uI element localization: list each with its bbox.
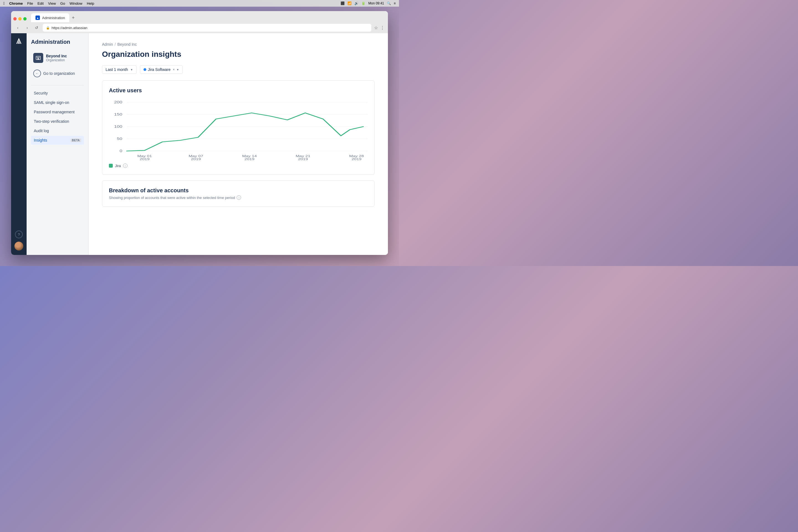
question-mark-icon: ? (18, 232, 20, 236)
svg-rect-3 (39, 57, 40, 58)
airplay-icon: ⬛ (341, 1, 345, 5)
svg-text:2019: 2019 (244, 157, 254, 160)
tab-favicon: ▲ (36, 16, 40, 20)
battery-icon: 🔋 (361, 1, 365, 5)
bookmark-icon[interactable]: ☆ (374, 25, 378, 31)
close-button[interactable] (13, 17, 17, 20)
svg-text:2019: 2019 (352, 157, 362, 160)
chart-svg: 200 150 100 50 0 May 01 2019 May 07 (109, 99, 368, 160)
chart-title: Active users (109, 87, 368, 94)
maximize-button[interactable] (23, 17, 26, 20)
user-avatar[interactable] (14, 242, 23, 250)
apple-icon[interactable]:  (3, 1, 5, 5)
more-options-icon[interactable]: ⋮ (380, 25, 385, 31)
product-filter-label: Jira Software (148, 67, 171, 72)
menubar-left:  Chrome File Edit View Go Window Help (3, 1, 94, 5)
chart-legend: Jira i (109, 164, 368, 168)
product-filter-clear-icon[interactable]: × (173, 68, 175, 72)
forward-button[interactable]: › (24, 24, 31, 31)
time-filter-dropdown[interactable]: Last 1 month ▼ (102, 65, 137, 74)
sidebar-item-two-step[interactable]: Two-step verification (31, 117, 84, 126)
menu-window[interactable]: Window (70, 1, 82, 5)
chart-area: 200 150 100 50 0 May 01 2019 May 07 (109, 99, 368, 160)
menu-chrome[interactable]: Chrome (9, 1, 23, 5)
page-title: Organization insights (102, 50, 375, 59)
go-to-org-label: Go to organization (43, 71, 75, 76)
svg-text:150: 150 (114, 113, 122, 116)
sidebar-item-security[interactable]: Security (31, 89, 84, 97)
traffic-lights (13, 17, 26, 20)
menu-file[interactable]: File (27, 1, 33, 5)
menu-view[interactable]: View (48, 1, 56, 5)
refresh-button[interactable]: ↺ (33, 24, 40, 31)
breakdown-card: Breakdown of active accounts Showing pro… (102, 180, 375, 207)
sidebar-item-insights[interactable]: Insights BETA (31, 136, 84, 145)
lock-icon: 🔒 (46, 26, 50, 30)
dark-sidebar-bottom: ? (14, 230, 23, 250)
org-type: Organization (46, 58, 67, 62)
svg-text:0: 0 (119, 149, 122, 153)
nav-divider (31, 85, 84, 86)
svg-text:50: 50 (117, 137, 122, 141)
address-bar: ‹ › ↺ 🔒 https://admin.atlassian ☆ ⋮ (11, 22, 388, 33)
atlassian-logo[interactable] (14, 38, 23, 46)
filter-row: Last 1 month ▼ Jira Software × ▼ (102, 65, 375, 74)
chevron-down-icon: ▼ (130, 68, 133, 71)
search-icon[interactable]: 🔍 (387, 1, 391, 5)
avatar-image (14, 242, 23, 250)
go-icon: ← (33, 70, 41, 77)
menu-help[interactable]: Help (87, 1, 94, 5)
breakdown-info-icon[interactable]: i (236, 195, 241, 200)
svg-rect-1 (37, 57, 38, 58)
url-bar[interactable]: 🔒 https://admin.atlassian (43, 24, 371, 32)
svg-rect-4 (37, 58, 39, 60)
menubar-right: ⬛ 📶 🔊 🔋 Mon 09:41 🔍 ≡ (341, 1, 396, 5)
sidebar-title: Administration (31, 39, 84, 45)
sidebar-item-password[interactable]: Password management (31, 108, 84, 116)
active-users-chart-card: Active users 200 150 100 50 (102, 80, 375, 175)
breadcrumb-admin[interactable]: Admin (102, 42, 113, 46)
legend-jira-dot (109, 164, 113, 168)
go-to-org-button[interactable]: ← Go to organization (31, 67, 84, 79)
svg-text:200: 200 (114, 100, 122, 104)
dark-sidebar: ? (11, 33, 26, 255)
legend-jira-label: Jira (115, 164, 121, 168)
menu-go[interactable]: Go (60, 1, 65, 5)
clock: Mon 09:41 (368, 1, 384, 5)
url-text: https://admin.atlassian (52, 26, 87, 30)
breakdown-title: Breakdown of active accounts (109, 187, 368, 194)
breadcrumb-separator: / (115, 42, 116, 46)
breakdown-subtitle: Showing proportion of accounts that were… (109, 195, 368, 200)
tab-title: Administration (42, 16, 65, 20)
back-button[interactable]: ‹ (14, 24, 21, 31)
menubar:  Chrome File Edit View Go Window Help ⬛… (0, 0, 399, 7)
sidebar-item-audit-log[interactable]: Audit log (31, 126, 84, 135)
time-filter-label: Last 1 month (106, 67, 128, 72)
help-button[interactable]: ? (15, 230, 23, 238)
minimize-button[interactable] (18, 17, 22, 20)
svg-rect-2 (38, 57, 39, 58)
product-chevron-down-icon: ▼ (176, 68, 179, 71)
svg-text:100: 100 (114, 125, 122, 129)
address-bar-right: ☆ ⋮ (374, 25, 385, 31)
product-filter-dropdown[interactable]: Jira Software × ▼ (140, 65, 183, 74)
breadcrumb: Admin / Beyond Inc (102, 42, 375, 46)
insights-label: Insights (34, 138, 47, 142)
sidebar-item-saml[interactable]: SAML single sign-on (31, 98, 84, 107)
breadcrumb-current: Beyond Inc (117, 42, 137, 46)
menu-edit[interactable]: Edit (37, 1, 43, 5)
browser-tab-active[interactable]: ▲ Administration (31, 13, 69, 22)
org-icon (33, 53, 43, 63)
tab-bar: ▲ Administration + (11, 11, 388, 22)
org-item[interactable]: Beyond Inc Organization (31, 51, 84, 65)
product-dot-icon (144, 68, 146, 71)
control-center-icon[interactable]: ≡ (394, 1, 396, 5)
app-content: ? Administration (11, 33, 388, 255)
browser-chrome: ▲ Administration + ‹ › ↺ 🔒 https://admin… (11, 11, 388, 33)
main-content: Admin / Beyond Inc Organization insights… (89, 33, 388, 255)
new-tab-button[interactable]: + (69, 14, 77, 22)
legend-info-icon[interactable]: i (123, 164, 128, 168)
nav-sidebar: Administration Beyond Inc Organization (26, 33, 89, 255)
volume-icon: 🔊 (355, 1, 359, 5)
wifi-icon: 📶 (347, 1, 352, 5)
